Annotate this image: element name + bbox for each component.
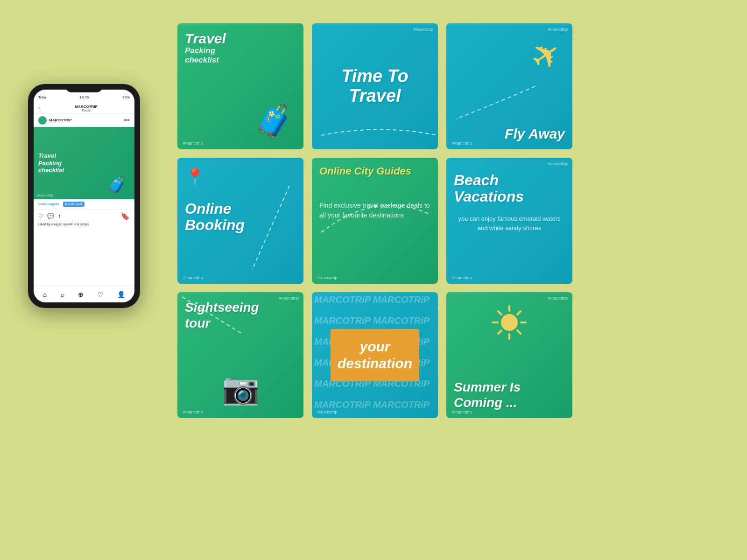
liked-by-text: Liked by mojgan.raisi48 and others (38, 223, 89, 226)
card-summer-is-coming: #marcotrip Summer Is Coming ... #marcotr… (446, 292, 572, 418)
card7-dashed-path (177, 292, 247, 339)
card8-watermark-text-6: MARCOTRiP MARCOTRiP (312, 397, 432, 418)
card5-title: Online City Guides (319, 165, 430, 177)
card-sightseeing-tour: #marcotrip Sightseeing tour 📷 #marcotrip (177, 292, 303, 418)
card-fly-away: #marcotrip ✈ Fly Away #marcotrip (446, 23, 572, 149)
card1-suitcase-icon: 🧳 (254, 102, 294, 140)
card9-sun-icon (491, 304, 528, 348)
card5-hashtag: #marcotrip (317, 275, 338, 280)
card8-title-line2: destination (338, 355, 412, 372)
card6-title-line1: Beach (454, 172, 565, 189)
svg-line-6 (517, 330, 521, 334)
card1-hashtag: #marcotrip (183, 141, 203, 146)
card2-hashtag-top: #marcotrip (413, 27, 433, 32)
card9-hashtag-top: #marcotrip (548, 296, 568, 301)
svg-line-7 (517, 311, 521, 315)
card7-hashtag-top: #marcotrip (279, 296, 299, 301)
bookmark-icon[interactable]: 🔖 (120, 212, 130, 221)
card8-watermark-text-1: MARCOTRiP MARCOTRiP (312, 292, 432, 313)
card1-subtitle2: checklist (185, 56, 296, 65)
boost-post-button[interactable]: Boost post (63, 202, 85, 207)
like-icon[interactable]: ♡ (38, 213, 43, 219)
card1-title: Travel (185, 31, 296, 46)
card-travel-packing: Travel Packing checklist 🧳 #marcotrip (177, 23, 303, 149)
comment-icon[interactable]: 💬 (47, 213, 54, 219)
card-your-destination: MARCOTRiP MARCOTRiP MARCOTRiP MARCOTRiP … (312, 292, 438, 418)
card6-description: you can enjoy famous emerald waters and … (454, 214, 565, 232)
svg-line-5 (498, 311, 501, 315)
card9-title: Summer Is Coming ... (454, 379, 565, 411)
card6-hashtag: #marcotrip (452, 275, 472, 280)
phone-profile-bar: MARCOTRIP ••• (34, 114, 134, 127)
card3-dashed-path (451, 84, 544, 121)
card-beach-vacations: #marcotrip Beach Vacations you can enjoy… (446, 158, 572, 284)
back-arrow-icon[interactable]: ‹ (38, 105, 40, 111)
phone-actions-row: ♡ 💬 ↑ 🔖 (34, 210, 134, 223)
card5-dashed-arc (317, 186, 433, 242)
card1-subtitle1: Packing (185, 46, 296, 56)
card9-title-line1: Summer Is (454, 379, 565, 395)
phone-bottom-nav: ⌂ ⌕ ⊕ ♡ 👤 (34, 286, 134, 302)
home-nav-icon[interactable]: ⌂ (43, 291, 47, 298)
phone-nav-title: MARCOTRIP (75, 105, 97, 109)
share-icon[interactable]: ↑ (58, 213, 61, 219)
card8-title-line1: your (338, 338, 412, 355)
card3-airplane-icon: ✈ (522, 30, 570, 81)
card4-hashtag: #marcotrip (183, 275, 203, 280)
card8-banner: your destination (331, 329, 419, 381)
phone-nav-bar: ‹ MARCOTRIP Posts (34, 103, 134, 114)
phone-nav-subtitle: Posts (82, 109, 91, 112)
more-options-icon[interactable]: ••• (124, 117, 130, 124)
card3-title: Fly Away (454, 126, 565, 142)
view-insights-button[interactable]: View insights (38, 203, 59, 206)
phone-post-subtitle2: checklist (38, 167, 64, 174)
phone-insights-row: View insights Boost post (34, 199, 134, 210)
svg-point-0 (501, 314, 518, 331)
cards-grid: Travel Packing checklist 🧳 #marcotrip #m… (177, 23, 572, 418)
card4-dashed-path (243, 181, 299, 274)
card6-hashtag-top: #marcotrip (548, 161, 568, 166)
profile-username: MARCOTRIP (49, 118, 71, 122)
card2-title-line1: Time To (341, 67, 409, 86)
profile-nav-icon[interactable]: 👤 (117, 291, 125, 298)
phone-post-subtitle1: Packing (38, 160, 64, 167)
card-online-booking: 📍 Online Booking #marcotrip (177, 158, 303, 284)
phone-notch (65, 84, 103, 92)
carrier-text: Telia (38, 95, 46, 99)
add-nav-icon[interactable]: ⊕ (78, 291, 84, 298)
heart-nav-icon[interactable]: ♡ (98, 291, 104, 298)
card2-dashed-line (321, 121, 438, 140)
card-time-to-travel: #marcotrip Time To Travel (312, 23, 438, 149)
card-online-city-guides: Online City Guides Find exclusive travel… (312, 158, 438, 284)
card9-title-line2: Coming ... (454, 395, 565, 411)
card2-title: Time To Travel (341, 67, 409, 106)
battery-text: 36% (122, 95, 130, 99)
phone-screen: Telia 19:46 36% ‹ MARCOTRIP Posts MARCOT… (34, 90, 134, 302)
phone-post-image: Travel Packing checklist 🧳 #marcotrip (34, 127, 134, 199)
card7-camera-icon: 📷 (222, 371, 260, 406)
card6-title-line2: Vacations (454, 189, 565, 205)
card3-hashtag: #marcotrip (452, 141, 472, 146)
card3-hashtag-top: #marcotrip (548, 27, 568, 32)
card9-hashtag: #marcotrip (452, 410, 472, 414)
phone-suitcase-icon: 🧳 (106, 175, 127, 195)
phone-liked-row: Liked by mojgan.raisi48 and others (34, 223, 134, 231)
search-nav-icon[interactable]: ⌕ (61, 291, 64, 298)
svg-line-8 (498, 330, 501, 334)
card2-title-line2: Travel (341, 86, 409, 106)
phone-frame: Telia 19:46 36% ‹ MARCOTRIP Posts MARCOT… (28, 84, 140, 308)
phone-post-title: Travel (38, 152, 64, 160)
avatar (38, 116, 47, 125)
time-text: 19:46 (79, 95, 89, 99)
card8-hashtag: #marcotrip (317, 410, 338, 414)
card7-hashtag: #marcotrip (183, 410, 203, 414)
phone-post-hashtag: #marcotrip (37, 194, 53, 197)
card6-title-block: Beach Vacations (454, 172, 565, 205)
phone-mockup: Telia 19:46 36% ‹ MARCOTRIP Posts MARCOT… (28, 84, 140, 308)
